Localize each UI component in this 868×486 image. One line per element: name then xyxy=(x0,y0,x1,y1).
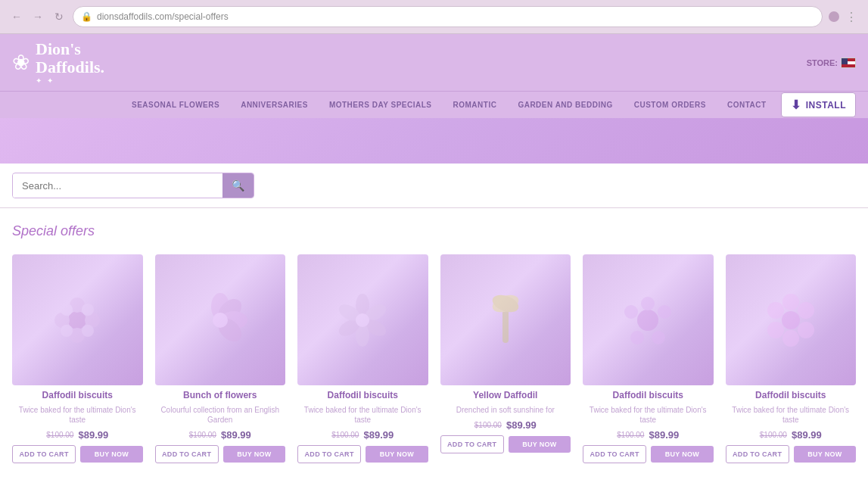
product-name: Daffodil biscuits xyxy=(12,390,143,400)
store-flag-area: STORE: xyxy=(807,58,856,68)
top-bar: ❀ Dion's Daffodils. ✦ ✦ STORE: xyxy=(0,34,868,91)
svg-point-25 xyxy=(641,297,655,310)
original-price: $100.00 xyxy=(331,431,359,439)
product-description: Twice baked for the ultimate Dion's tast… xyxy=(12,405,143,425)
svg-point-24 xyxy=(637,310,658,331)
add-to-cart-button[interactable]: ADD TO CART xyxy=(440,435,504,453)
product-description: Colourful collection from an English Gar… xyxy=(155,405,286,425)
buy-now-button[interactable]: BUY NOW xyxy=(223,446,285,463)
hero-banner xyxy=(0,118,868,164)
svg-point-30 xyxy=(782,311,800,329)
search-button[interactable]: 🔍 xyxy=(222,173,254,198)
sale-price: $89.99 xyxy=(78,429,108,441)
product-pricing: $100.00 $89.99 xyxy=(297,429,428,441)
add-to-cart-button[interactable]: ADD TO CART xyxy=(583,445,646,463)
section-title: Special offers xyxy=(12,223,856,239)
browser-menu-icon[interactable]: ⋮ xyxy=(845,10,859,24)
product-description: Twice baked for the ultimate Dion's tast… xyxy=(583,405,714,425)
buy-now-button[interactable]: BUY NOW xyxy=(80,446,142,463)
url-input[interactable] xyxy=(97,11,814,22)
original-price: $100.00 xyxy=(617,431,644,439)
add-to-cart-button[interactable]: ADD TO CART xyxy=(12,445,76,463)
svg-point-32 xyxy=(798,302,814,319)
svg-point-8 xyxy=(82,325,94,337)
buy-now-button[interactable]: BUY NOW xyxy=(794,446,856,463)
main-nav: SEASONAL FLOWERS ANNIVERSARIES MOTHERS D… xyxy=(0,91,868,118)
sale-price: $89.99 xyxy=(792,429,822,441)
svg-point-28 xyxy=(630,331,644,344)
add-to-cart-button[interactable]: ADD TO CART xyxy=(155,445,219,463)
logo-flower-icon: ❀ xyxy=(12,50,30,75)
product-image xyxy=(12,254,143,385)
product-image xyxy=(297,254,428,385)
product-pricing: $100.00 $89.99 xyxy=(440,419,571,431)
svg-point-36 xyxy=(767,302,784,319)
product-pricing: $100.00 $89.99 xyxy=(583,429,714,441)
product-image xyxy=(583,254,714,385)
profile-icon[interactable] xyxy=(829,11,839,22)
refresh-button[interactable]: ↻ xyxy=(51,9,67,24)
original-price: $100.00 xyxy=(189,431,216,439)
product-actions: ADD TO CART BUY NOW xyxy=(440,435,571,453)
product-name: Daffodil biscuits xyxy=(583,390,714,400)
install-button[interactable]: ⬇ INSTALL xyxy=(781,92,856,117)
product-card: Daffodil biscuits Twice baked for the ul… xyxy=(297,254,428,463)
logo-text: Dion's Daffodils. xyxy=(36,40,104,76)
sale-price: $89.99 xyxy=(221,429,251,441)
svg-point-29 xyxy=(624,305,638,319)
svg-point-31 xyxy=(782,294,799,310)
add-to-cart-button[interactable]: ADD TO CART xyxy=(726,445,789,463)
buy-now-button[interactable]: BUY NOW xyxy=(651,446,713,463)
product-pricing: $100.00 $89.99 xyxy=(726,429,857,441)
product-name: Yellow Daffodil xyxy=(440,390,571,400)
original-price: $100.00 xyxy=(474,421,502,429)
nav-anniversaries[interactable]: ANNIVERSARIES xyxy=(230,92,319,118)
sale-price: $89.99 xyxy=(363,429,394,441)
product-pricing: $100.00 $89.99 xyxy=(155,429,286,441)
nav-mothers-day[interactable]: MOTHERS DAY SPECIALS xyxy=(319,92,443,118)
product-name: Daffodil biscuits xyxy=(297,390,428,400)
site-header: ❀ Dion's Daffodils. ✦ ✦ STORE: SEASONAL … xyxy=(0,34,868,164)
product-image xyxy=(726,254,857,385)
product-name: Daffodil biscuits xyxy=(726,390,857,400)
product-description: Drenched in soft sunshine for xyxy=(440,405,571,415)
sale-price: $89.99 xyxy=(649,429,679,441)
product-card: Daffodil biscuits Twice baked for the ul… xyxy=(583,254,714,463)
product-actions: ADD TO CART BUY NOW xyxy=(726,445,857,463)
browser-actions: ⋮ xyxy=(829,10,859,24)
nav-romantic[interactable]: ROMANTIC xyxy=(443,92,508,118)
nav-custom-orders[interactable]: CUSTOM ORDERS xyxy=(624,92,717,118)
product-card: Daffodil biscuits Twice baked for the ul… xyxy=(726,254,857,463)
svg-point-20 xyxy=(356,313,369,327)
svg-point-13 xyxy=(213,313,228,328)
nav-contact[interactable]: CONTACT xyxy=(717,92,777,118)
search-input-wrap: 🔍 xyxy=(12,173,254,198)
search-input[interactable] xyxy=(13,174,222,198)
buy-now-button[interactable]: BUY NOW xyxy=(366,446,428,463)
address-bar[interactable]: 🔒 xyxy=(73,6,823,27)
add-to-cart-button[interactable]: ADD TO CART xyxy=(297,445,361,463)
svg-point-27 xyxy=(652,331,665,344)
product-actions: ADD TO CART BUY NOW xyxy=(155,445,286,463)
svg-point-33 xyxy=(798,322,814,338)
store-label: STORE: xyxy=(807,58,838,67)
sale-price: $89.99 xyxy=(506,419,537,431)
svg-point-35 xyxy=(767,322,784,338)
search-bar: 🔍 xyxy=(0,164,868,208)
bottom-strip xyxy=(0,478,868,486)
product-actions: ADD TO CART BUY NOW xyxy=(12,445,143,463)
browser-chrome: ← → ↻ 🔒 ⋮ xyxy=(0,0,868,34)
buy-now-button[interactable]: BUY NOW xyxy=(509,436,571,453)
product-description: Twice baked for the ultimate Dion's tast… xyxy=(726,405,857,425)
product-card: Daffodil biscuits Twice baked for the ul… xyxy=(12,254,143,463)
nav-garden-bedding[interactable]: GARDEN AND BEDDING xyxy=(507,92,623,118)
product-image xyxy=(155,254,286,385)
product-name: Bunch of flowers xyxy=(155,390,286,400)
nav-seasonal-flowers[interactable]: SEASONAL FLOWERS xyxy=(121,92,230,118)
forward-button[interactable]: → xyxy=(30,9,45,24)
product-image xyxy=(440,254,571,385)
product-description: Twice baked for the ultimate Dion's tast… xyxy=(297,405,428,425)
download-icon: ⬇ xyxy=(791,98,801,112)
back-button[interactable]: ← xyxy=(9,9,24,24)
svg-point-6 xyxy=(82,304,94,316)
